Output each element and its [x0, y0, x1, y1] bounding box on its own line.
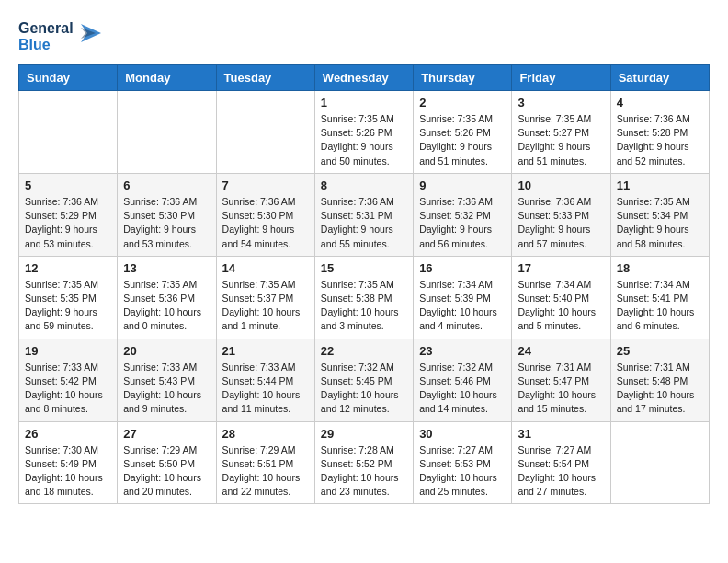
day-cell — [610, 421, 709, 504]
day-cell: 12Sunrise: 7:35 AM Sunset: 5:35 PM Dayli… — [19, 256, 118, 339]
day-cell: 16Sunrise: 7:34 AM Sunset: 5:39 PM Dayli… — [414, 256, 512, 339]
day-cell: 30Sunrise: 7:27 AM Sunset: 5:53 PM Dayli… — [414, 421, 512, 504]
day-number: 17 — [518, 261, 604, 275]
day-info: Sunrise: 7:29 AM Sunset: 5:50 PM Dayligh… — [123, 443, 210, 500]
header: General Blue — [18, 15, 710, 55]
day-cell: 27Sunrise: 7:29 AM Sunset: 5:50 PM Dayli… — [118, 421, 216, 504]
day-info: Sunrise: 7:36 AM Sunset: 5:30 PM Dayligh… — [222, 195, 309, 251]
day-cell: 3Sunrise: 7:35 AM Sunset: 5:27 PM Daylig… — [512, 91, 610, 174]
day-cell: 22Sunrise: 7:32 AM Sunset: 5:45 PM Dayli… — [314, 339, 413, 421]
day-info: Sunrise: 7:33 AM Sunset: 5:42 PM Dayligh… — [25, 361, 111, 417]
day-cell: 14Sunrise: 7:35 AM Sunset: 5:37 PM Dayli… — [216, 256, 314, 339]
day-number: 12 — [25, 261, 111, 275]
day-cell: 25Sunrise: 7:31 AM Sunset: 5:48 PM Dayli… — [610, 339, 709, 421]
day-cell: 31Sunrise: 7:27 AM Sunset: 5:54 PM Dayli… — [512, 421, 610, 504]
day-number: 7 — [222, 178, 309, 192]
day-number: 18 — [617, 261, 703, 275]
day-cell: 29Sunrise: 7:28 AM Sunset: 5:52 PM Dayli… — [314, 421, 413, 504]
day-cell: 11Sunrise: 7:35 AM Sunset: 5:34 PM Dayli… — [610, 173, 709, 256]
weekday-header-thursday: Thursday — [414, 65, 512, 91]
day-cell — [19, 91, 118, 174]
weekday-header-wednesday: Wednesday — [314, 65, 413, 91]
day-number: 20 — [123, 344, 210, 358]
day-info: Sunrise: 7:34 AM Sunset: 5:39 PM Dayligh… — [419, 278, 506, 334]
day-info: Sunrise: 7:35 AM Sunset: 5:34 PM Dayligh… — [617, 195, 703, 251]
day-info: Sunrise: 7:35 AM Sunset: 5:26 PM Dayligh… — [419, 112, 506, 168]
day-info: Sunrise: 7:35 AM Sunset: 5:26 PM Dayligh… — [321, 112, 407, 168]
calendar-table: SundayMondayTuesdayWednesdayThursdayFrid… — [18, 64, 710, 504]
day-number: 23 — [419, 344, 506, 358]
day-info: Sunrise: 7:30 AM Sunset: 5:49 PM Dayligh… — [25, 443, 111, 500]
day-info: Sunrise: 7:32 AM Sunset: 5:46 PM Dayligh… — [419, 361, 506, 417]
day-cell: 5Sunrise: 7:36 AM Sunset: 5:29 PM Daylig… — [19, 173, 118, 256]
day-number: 19 — [25, 344, 111, 358]
day-cell — [118, 91, 216, 174]
week-row-1: 1Sunrise: 7:35 AM Sunset: 5:26 PM Daylig… — [19, 91, 710, 174]
day-number: 24 — [518, 344, 604, 358]
day-number: 28 — [222, 427, 309, 441]
weekday-header-row: SundayMondayTuesdayWednesdayThursdayFrid… — [19, 65, 710, 91]
day-number: 15 — [321, 261, 407, 275]
day-cell: 1Sunrise: 7:35 AM Sunset: 5:26 PM Daylig… — [314, 91, 413, 174]
day-info: Sunrise: 7:36 AM Sunset: 5:29 PM Dayligh… — [25, 195, 111, 251]
day-info: Sunrise: 7:35 AM Sunset: 5:36 PM Dayligh… — [123, 278, 210, 334]
week-row-4: 19Sunrise: 7:33 AM Sunset: 5:42 PM Dayli… — [19, 339, 710, 421]
weekday-header-friday: Friday — [512, 65, 610, 91]
page: General Blue SundayMondayTuesdayWednesda… — [0, 0, 728, 519]
day-cell: 7Sunrise: 7:36 AM Sunset: 5:30 PM Daylig… — [216, 173, 314, 256]
day-number: 27 — [123, 427, 210, 441]
day-number: 26 — [25, 427, 111, 441]
day-info: Sunrise: 7:33 AM Sunset: 5:43 PM Dayligh… — [123, 361, 210, 417]
day-cell: 19Sunrise: 7:33 AM Sunset: 5:42 PM Dayli… — [19, 339, 118, 421]
day-info: Sunrise: 7:31 AM Sunset: 5:47 PM Dayligh… — [518, 361, 604, 417]
day-number: 3 — [518, 96, 604, 109]
logo-svg: General Blue — [18, 15, 101, 55]
day-cell: 2Sunrise: 7:35 AM Sunset: 5:26 PM Daylig… — [414, 91, 512, 174]
day-number: 2 — [419, 96, 506, 109]
day-cell: 13Sunrise: 7:35 AM Sunset: 5:36 PM Dayli… — [118, 256, 216, 339]
day-cell: 17Sunrise: 7:34 AM Sunset: 5:40 PM Dayli… — [512, 256, 610, 339]
day-cell: 8Sunrise: 7:36 AM Sunset: 5:31 PM Daylig… — [314, 173, 413, 256]
day-cell — [216, 91, 314, 174]
week-row-5: 26Sunrise: 7:30 AM Sunset: 5:49 PM Dayli… — [19, 421, 710, 504]
day-number: 6 — [123, 178, 210, 192]
day-info: Sunrise: 7:33 AM Sunset: 5:44 PM Dayligh… — [222, 361, 309, 417]
day-cell: 28Sunrise: 7:29 AM Sunset: 5:51 PM Dayli… — [216, 421, 314, 504]
day-cell: 24Sunrise: 7:31 AM Sunset: 5:47 PM Dayli… — [512, 339, 610, 421]
logo: General Blue — [18, 15, 101, 55]
day-number: 1 — [321, 96, 407, 109]
day-number: 30 — [419, 427, 506, 441]
week-row-3: 12Sunrise: 7:35 AM Sunset: 5:35 PM Dayli… — [19, 256, 710, 339]
svg-text:General: General — [18, 20, 74, 36]
day-cell: 15Sunrise: 7:35 AM Sunset: 5:38 PM Dayli… — [314, 256, 413, 339]
day-cell: 23Sunrise: 7:32 AM Sunset: 5:46 PM Dayli… — [414, 339, 512, 421]
svg-text:Blue: Blue — [18, 37, 51, 52]
day-number: 4 — [617, 96, 703, 109]
day-number: 11 — [617, 178, 703, 192]
day-info: Sunrise: 7:35 AM Sunset: 5:38 PM Dayligh… — [321, 278, 407, 334]
day-cell: 10Sunrise: 7:36 AM Sunset: 5:33 PM Dayli… — [512, 173, 610, 256]
day-info: Sunrise: 7:36 AM Sunset: 5:33 PM Dayligh… — [518, 195, 604, 251]
day-number: 13 — [123, 261, 210, 275]
day-cell: 26Sunrise: 7:30 AM Sunset: 5:49 PM Dayli… — [19, 421, 118, 504]
day-number: 10 — [518, 178, 604, 192]
weekday-header-tuesday: Tuesday — [216, 65, 314, 91]
day-cell: 9Sunrise: 7:36 AM Sunset: 5:32 PM Daylig… — [414, 173, 512, 256]
day-cell: 18Sunrise: 7:34 AM Sunset: 5:41 PM Dayli… — [610, 256, 709, 339]
day-number: 31 — [518, 427, 604, 441]
week-row-2: 5Sunrise: 7:36 AM Sunset: 5:29 PM Daylig… — [19, 173, 710, 256]
day-number: 9 — [419, 178, 506, 192]
weekday-header-monday: Monday — [118, 65, 216, 91]
day-number: 25 — [617, 344, 703, 358]
day-info: Sunrise: 7:35 AM Sunset: 5:37 PM Dayligh… — [222, 278, 309, 334]
day-info: Sunrise: 7:36 AM Sunset: 5:30 PM Dayligh… — [123, 195, 210, 251]
day-info: Sunrise: 7:34 AM Sunset: 5:40 PM Dayligh… — [518, 278, 604, 334]
day-cell: 4Sunrise: 7:36 AM Sunset: 5:28 PM Daylig… — [610, 91, 709, 174]
weekday-header-sunday: Sunday — [19, 65, 118, 91]
day-info: Sunrise: 7:35 AM Sunset: 5:27 PM Dayligh… — [518, 112, 604, 168]
day-cell: 20Sunrise: 7:33 AM Sunset: 5:43 PM Dayli… — [118, 339, 216, 421]
day-info: Sunrise: 7:36 AM Sunset: 5:28 PM Dayligh… — [617, 112, 703, 168]
day-number: 21 — [222, 344, 309, 358]
day-info: Sunrise: 7:34 AM Sunset: 5:41 PM Dayligh… — [617, 278, 703, 334]
day-number: 8 — [321, 178, 407, 192]
